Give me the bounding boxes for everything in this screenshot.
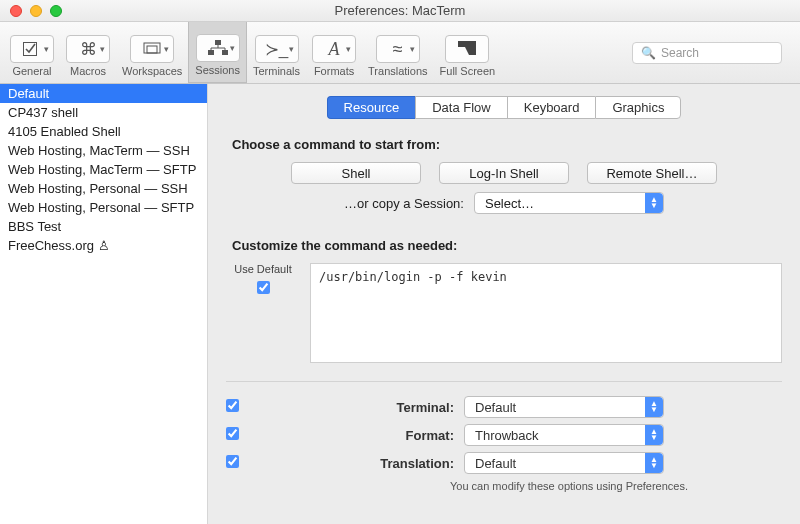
toolbar-label: Translations bbox=[368, 65, 428, 77]
select-value: Default bbox=[475, 400, 516, 415]
toolbar-label: Workspaces bbox=[122, 65, 182, 77]
toolbar-label: Terminals bbox=[253, 65, 300, 77]
translation-checkbox[interactable] bbox=[226, 455, 239, 468]
toolbar-label: General bbox=[12, 65, 51, 77]
toolbar-formats[interactable]: A▾ Formats bbox=[306, 22, 362, 83]
zoom-window-button[interactable] bbox=[50, 5, 62, 17]
svg-rect-2 bbox=[147, 46, 157, 53]
preferences-window: Preferences: MacTerm ▾ General ⌘▾ Macros… bbox=[0, 0, 800, 524]
command-icon: ⌘▾ bbox=[66, 35, 110, 63]
sidebar-item[interactable]: CP437 shell bbox=[0, 103, 207, 122]
svg-rect-5 bbox=[222, 50, 228, 55]
window-title: Preferences: MacTerm bbox=[0, 3, 800, 18]
separator bbox=[226, 381, 782, 382]
copy-session-label: …or copy a Session: bbox=[344, 196, 464, 211]
translation-row: Translation: Default ▲▼ bbox=[226, 452, 782, 474]
content-pane: Resource Data Flow Keyboard Graphics Cho… bbox=[208, 84, 800, 524]
approx-icon: ≈▾ bbox=[376, 35, 420, 63]
shell-button[interactable]: Shell bbox=[291, 162, 421, 184]
sessions-sidebar: Default CP437 shell 4105 Enabled Shell W… bbox=[0, 84, 208, 524]
network-icon: ▾ bbox=[196, 34, 240, 62]
toolbar-label: Formats bbox=[314, 65, 354, 77]
select-value: Select… bbox=[485, 196, 534, 211]
toolbar-sessions[interactable]: ▾ Sessions bbox=[188, 22, 247, 83]
svg-marker-6 bbox=[458, 41, 476, 55]
tab-resource[interactable]: Resource bbox=[327, 96, 416, 119]
sidebar-item[interactable]: BBS Test bbox=[0, 217, 207, 236]
sidebar-item[interactable]: Web Hosting, MacTerm — SSH bbox=[0, 141, 207, 160]
toolbar-workspaces[interactable]: ▾ Workspaces bbox=[116, 22, 188, 83]
main-row: Default CP437 shell 4105 Enabled Shell W… bbox=[0, 84, 800, 524]
toolbar-label: Sessions bbox=[195, 64, 240, 76]
sidebar-item[interactable]: FreeChess.org ♙ bbox=[0, 236, 207, 255]
minimize-window-button[interactable] bbox=[30, 5, 42, 17]
translation-select[interactable]: Default ▲▼ bbox=[464, 452, 664, 474]
format-checkbox[interactable] bbox=[226, 427, 239, 440]
tab-graphics[interactable]: Graphics bbox=[595, 96, 681, 119]
search-input[interactable]: 🔍 Search bbox=[632, 42, 782, 64]
choose-command-label: Choose a command to start from: bbox=[232, 137, 782, 152]
search-icon: 🔍 bbox=[641, 46, 656, 60]
select-value: Throwback bbox=[475, 428, 539, 443]
sidebar-item[interactable]: Web Hosting, Personal — SFTP bbox=[0, 198, 207, 217]
translation-label: Translation: bbox=[344, 456, 454, 471]
tab-keyboard[interactable]: Keyboard bbox=[507, 96, 596, 119]
close-window-button[interactable] bbox=[10, 5, 22, 17]
command-buttons: Shell Log-In Shell Remote Shell… bbox=[226, 162, 782, 184]
search-placeholder: Search bbox=[661, 46, 699, 60]
tab-dataflow[interactable]: Data Flow bbox=[415, 96, 507, 119]
sidebar-item[interactable]: Web Hosting, Personal — SSH bbox=[0, 179, 207, 198]
use-default-checkbox[interactable] bbox=[257, 281, 270, 294]
sidebar-item[interactable]: 4105 Enabled Shell bbox=[0, 122, 207, 141]
terminal-label: Terminal: bbox=[344, 400, 454, 415]
format-label: Format: bbox=[344, 428, 454, 443]
search-wrap: 🔍 Search bbox=[632, 22, 796, 83]
chevron-updown-icon: ▲▼ bbox=[645, 397, 663, 417]
sidebar-item[interactable]: Web Hosting, MacTerm — SFTP bbox=[0, 160, 207, 179]
login-shell-button[interactable]: Log-In Shell bbox=[439, 162, 569, 184]
terminal-select[interactable]: Default ▲▼ bbox=[464, 396, 664, 418]
toolbar-macros[interactable]: ⌘▾ Macros bbox=[60, 22, 116, 83]
fullscreen-icon bbox=[445, 35, 489, 63]
window-controls bbox=[10, 5, 62, 17]
chevron-updown-icon: ▲▼ bbox=[645, 425, 663, 445]
copy-session-select[interactable]: Select… ▲▼ bbox=[474, 192, 664, 214]
workspaces-icon: ▾ bbox=[130, 35, 174, 63]
command-text: /usr/bin/login -p -f kevin bbox=[319, 270, 507, 284]
terminal-row: Terminal: Default ▲▼ bbox=[226, 396, 782, 418]
customize-label: Customize the command as needed: bbox=[232, 238, 782, 253]
prompt-icon: ≻_▾ bbox=[255, 35, 299, 63]
toolbar: ▾ General ⌘▾ Macros ▾ Workspaces ▾ Sessi… bbox=[0, 22, 800, 84]
command-row: Use Default /usr/bin/login -p -f kevin bbox=[226, 263, 782, 363]
command-textarea[interactable]: /usr/bin/login -p -f kevin bbox=[310, 263, 782, 363]
toolbar-label: Full Screen bbox=[440, 65, 496, 77]
use-default-label: Use Default bbox=[226, 263, 300, 275]
toolbar-general[interactable]: ▾ General bbox=[4, 22, 60, 83]
toolbar-fullscreen[interactable]: Full Screen bbox=[434, 22, 502, 83]
select-value: Default bbox=[475, 456, 516, 471]
preferences-hint: You can modify these options using Prefe… bbox=[356, 480, 782, 492]
use-default-column: Use Default bbox=[226, 263, 300, 363]
chevron-updown-icon: ▲▼ bbox=[645, 453, 663, 473]
svg-rect-4 bbox=[208, 50, 214, 55]
toolbar-label: Macros bbox=[70, 65, 106, 77]
copy-session-row: …or copy a Session: Select… ▲▼ bbox=[226, 192, 782, 214]
checkbox-icon: ▾ bbox=[10, 35, 54, 63]
chevron-updown-icon: ▲▼ bbox=[645, 193, 663, 213]
toolbar-terminals[interactable]: ≻_▾ Terminals bbox=[247, 22, 306, 83]
svg-rect-3 bbox=[215, 40, 221, 45]
session-tabs: Resource Data Flow Keyboard Graphics bbox=[226, 96, 782, 119]
svg-rect-1 bbox=[144, 43, 160, 53]
sidebar-item-default[interactable]: Default bbox=[0, 84, 207, 103]
font-icon: A▾ bbox=[312, 35, 356, 63]
format-select[interactable]: Throwback ▲▼ bbox=[464, 424, 664, 446]
titlebar: Preferences: MacTerm bbox=[0, 0, 800, 22]
toolbar-translations[interactable]: ≈▾ Translations bbox=[362, 22, 434, 83]
terminal-checkbox[interactable] bbox=[226, 399, 239, 412]
format-row: Format: Throwback ▲▼ bbox=[226, 424, 782, 446]
remote-shell-button[interactable]: Remote Shell… bbox=[587, 162, 717, 184]
